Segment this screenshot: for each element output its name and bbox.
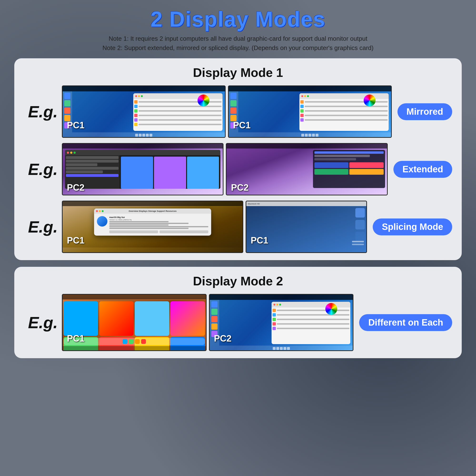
desktop-icon-2 xyxy=(355,220,365,229)
color-wheel-2 xyxy=(364,95,375,106)
mirrored-eg-label: E.g. xyxy=(24,102,62,121)
dock-icon-4 xyxy=(141,339,146,344)
macos2-bg-1: PC2 xyxy=(63,144,223,195)
mirrored-screen-2: PC1 xyxy=(228,85,392,138)
desktop-icon-1 xyxy=(355,208,365,218)
desktop-icon-3 xyxy=(355,232,365,241)
extended-screens: PC2 xyxy=(62,143,388,195)
mac-info: macOS Big Sur Version 11.3 Beta (20E5217… xyxy=(109,216,208,233)
menu-bar: Macintosh HD xyxy=(246,201,366,206)
mac-icon xyxy=(97,216,107,227)
different-screen-1: PC1 xyxy=(62,294,206,351)
ios-app-phone xyxy=(64,301,98,336)
app-store-sim-diff xyxy=(272,302,350,344)
about-mac-dialog: Overview Displays Storage Support Resour… xyxy=(94,208,211,236)
mirrored-badge: Mirrored xyxy=(397,103,452,120)
extended-eg-label: E.g. xyxy=(24,160,62,178)
ios-app-1 xyxy=(135,301,169,336)
macos2-bg-2: PC2 xyxy=(227,144,387,195)
splicing-badge: Splicing Mode xyxy=(373,219,452,235)
mirrored-screen-1: PC1 xyxy=(62,85,226,138)
pc1-label-1: PC1 xyxy=(67,120,85,130)
different-screen-2: PC2 xyxy=(209,294,354,351)
different-screens: PC1 xyxy=(62,294,354,351)
pc2-diff-label: PC2 xyxy=(214,333,232,344)
pc1-label-2: PC1 xyxy=(233,120,251,130)
note1: Note 1: It requires 2 input computers al… xyxy=(102,34,374,43)
different-row: E.g. xyxy=(24,294,452,351)
desktop-icons xyxy=(355,208,365,241)
pc1-splice-label: PC1 xyxy=(67,235,85,246)
color-wheel-1 xyxy=(198,95,209,106)
dock-icon-1 xyxy=(122,339,127,344)
splicing-eg-label: E.g. xyxy=(24,218,62,236)
mirrored-row: E.g. xyxy=(24,85,452,138)
macos-splice-left: Overview Displays Storage Support Resour… xyxy=(63,201,242,252)
win11-bg-2: PC1 xyxy=(229,86,391,137)
ios-app-2 xyxy=(170,301,205,336)
ios-app-maps xyxy=(99,301,134,336)
extended-badge: Extended xyxy=(393,161,452,178)
different-badge: Different on Each xyxy=(359,314,452,331)
dock-icon-2 xyxy=(129,339,134,344)
desktop-labels xyxy=(352,241,364,245)
extended-screen-2: PC2 xyxy=(226,143,388,195)
win11-bg-1: PC1 xyxy=(63,86,225,137)
splicing-screen-1: Overview Displays Storage Support Resour… xyxy=(62,201,243,253)
mirrored-screens: PC1 xyxy=(62,85,392,138)
finder-window-1 xyxy=(65,150,221,189)
display-mode-1-card: Display Mode 1 E.g. xyxy=(14,58,462,260)
extended-right-panel xyxy=(313,150,385,188)
different-eg-label: E.g. xyxy=(24,313,62,332)
display-mode-2-card: Display Mode 2 E.g. xyxy=(14,267,462,358)
pc1-diff-label: PC1 xyxy=(67,333,85,344)
ios-dock xyxy=(64,338,205,345)
pc2-label-1: PC2 xyxy=(67,183,85,193)
notes-container: Note 1: It requires 2 input computers al… xyxy=(102,34,374,52)
note2: Note 2: Support extended, mirrored or sp… xyxy=(102,43,374,52)
extended-screen-1: PC2 xyxy=(62,143,223,195)
extended-row: E.g. xyxy=(24,143,452,195)
pc2-label-2: PC2 xyxy=(231,183,249,193)
splicing-row: E.g. Overview Displays Storage xyxy=(24,201,452,253)
splicing-screen-2: Macintosh HD PC1 xyxy=(246,201,367,253)
card2-title: Display Mode 2 xyxy=(24,274,452,288)
macos-splice-right: Macintosh HD PC1 xyxy=(246,201,366,252)
card1-title: Display Mode 1 xyxy=(24,66,452,80)
pc1-splice-right-label: PC1 xyxy=(251,235,268,246)
main-title: 2 Display Modes xyxy=(151,7,325,32)
ios-bg: PC1 xyxy=(63,295,206,350)
win11-diff-bg: PC2 xyxy=(210,295,353,350)
dock-icon-3 xyxy=(135,339,140,344)
splicing-screens: Overview Displays Storage Support Resour… xyxy=(62,201,367,253)
